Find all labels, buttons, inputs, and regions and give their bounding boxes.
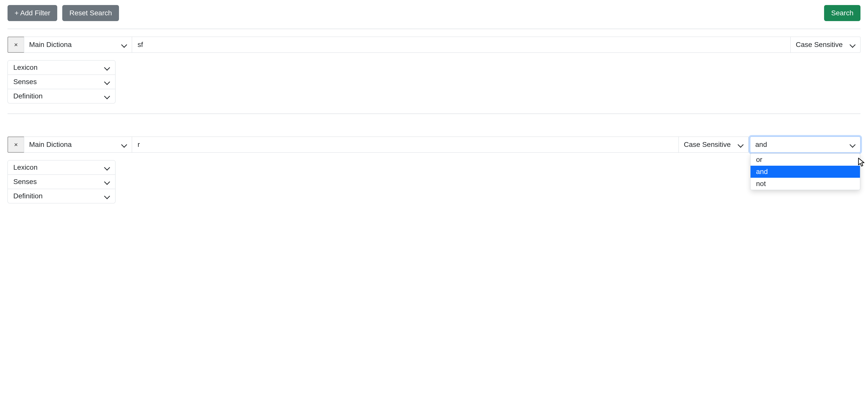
remove-filter-button[interactable]: × [7, 37, 24, 53]
chevron-down-icon [850, 42, 855, 48]
attribute-label: Lexicon [13, 163, 38, 172]
reset-search-button[interactable]: Reset Search [62, 5, 119, 21]
chevron-down-icon [121, 42, 127, 48]
attribute-select[interactable]: Lexicon [7, 60, 116, 75]
search-button[interactable]: Search [824, 5, 861, 21]
add-filter-button[interactable]: + Add Filter [7, 5, 57, 21]
case-sensitive-label: Case Sensitive [684, 141, 731, 149]
query-input[interactable] [137, 140, 674, 149]
attribute-list: Lexicon Senses Definition [7, 60, 116, 103]
chevron-down-icon [850, 142, 855, 147]
filter-block: × Main Dictiona Case Sensitive and or an… [7, 137, 861, 213]
chevron-down-icon [121, 142, 127, 147]
operator-option-or[interactable]: or [750, 154, 860, 166]
chevron-down-icon [104, 165, 110, 170]
chevron-down-icon [104, 179, 110, 184]
chevron-down-icon [738, 142, 743, 147]
attribute-label: Definition [13, 92, 43, 100]
case-sensitive-select[interactable]: Case Sensitive [679, 137, 748, 153]
operator-option-not[interactable]: not [750, 178, 860, 190]
filter-row: × Main Dictiona Case Sensitive and or an… [7, 137, 861, 153]
close-icon: × [14, 41, 18, 49]
attribute-label: Lexicon [13, 63, 38, 71]
operator-dropdown-menu: or and not [750, 153, 860, 190]
query-input[interactable] [137, 40, 785, 49]
attribute-select[interactable]: Senses [7, 175, 116, 189]
gap [7, 114, 861, 137]
search-toolbar: + Add Filter Reset Search Search [7, 5, 861, 29]
field-select[interactable]: Main Dictiona [24, 37, 132, 53]
filter-block: × Main Dictiona Case Sensitive Lexicon S… [7, 29, 861, 114]
case-sensitive-select[interactable]: Case Sensitive [791, 37, 861, 53]
operator-select-label: and [755, 141, 767, 149]
attribute-list: Lexicon Senses Definition [7, 160, 116, 203]
field-select-label: Main Dictiona [29, 141, 72, 149]
field-select-label: Main Dictiona [29, 41, 72, 49]
attribute-select[interactable]: Definition [7, 89, 116, 103]
chevron-down-icon [104, 193, 110, 199]
attribute-select[interactable]: Lexicon [7, 160, 116, 175]
attribute-label: Senses [13, 78, 37, 86]
attribute-label: Definition [13, 192, 43, 200]
operator-option-and[interactable]: and [750, 166, 860, 178]
case-sensitive-label: Case Sensitive [796, 41, 843, 49]
operator-select[interactable]: and or and not [750, 137, 861, 153]
chevron-down-icon [104, 65, 110, 70]
chevron-down-icon [104, 93, 110, 99]
remove-filter-button[interactable]: × [7, 137, 24, 153]
query-input-wrapper[interactable] [132, 37, 791, 53]
field-select[interactable]: Main Dictiona [24, 137, 132, 153]
query-input-wrapper[interactable] [132, 137, 679, 153]
chevron-down-icon [104, 79, 110, 85]
attribute-select[interactable]: Senses [7, 75, 116, 89]
filter-row: × Main Dictiona Case Sensitive [7, 37, 861, 53]
attribute-select[interactable]: Definition [7, 189, 116, 203]
close-icon: × [14, 141, 18, 149]
attribute-label: Senses [13, 178, 37, 186]
